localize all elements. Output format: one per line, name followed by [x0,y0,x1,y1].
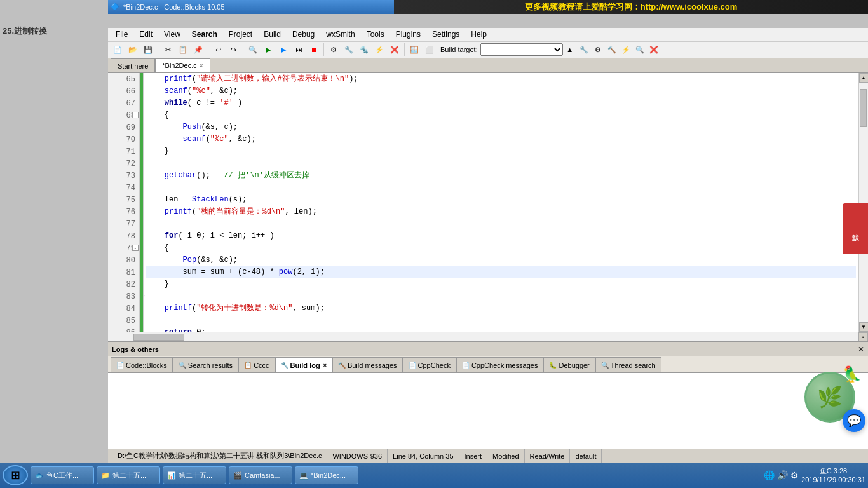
toolbar-gear2[interactable]: 🔧 [342,43,356,57]
toolbar-gear5[interactable]: ❌ [388,43,402,57]
toolbar-new[interactable]: 📄 [111,43,125,57]
ind-73 [140,170,143,182]
scroll-up-btn[interactable]: ▲ [859,73,869,83]
menu-help[interactable]: Help [466,29,492,40]
tray-settings-icon[interactable]: ⚙ [790,470,799,480]
start-button[interactable]: ⊞ [3,465,28,485]
ind-69 [140,121,143,133]
log-tab-thread-search[interactable]: 🔍 Thread search [595,357,661,372]
taskbar-item-25-1[interactable]: 📁 第二十五... [97,466,160,484]
code-line-86: return 0; [146,327,856,332]
log-tab-cppcheck[interactable]: 📄 CppCheck [403,357,456,372]
toolbar-target-btn3[interactable]: ⚙ [591,43,605,57]
code-line-82: } [146,278,856,290]
toolbar-open[interactable]: 📂 [126,43,140,57]
toolbar-undo[interactable]: ↩ [211,43,225,57]
code-line-75: len = StackLen(s); [146,194,856,206]
menu-project[interactable]: Project [224,29,257,40]
log-tab-cppcheck-messages[interactable]: 📄 CppCheck messages [456,357,544,372]
log-tab-build-log[interactable]: 🔧 Build log × [275,357,332,372]
right-decoration[interactable]: 默认 [843,203,868,254]
menu-edit[interactable]: Edit [134,29,158,40]
vertical-scrollbar[interactable]: ▲ ▼ [858,73,868,332]
ind-83 [140,290,143,302]
build-target-select[interactable] [480,43,563,56]
scroll-down-btn[interactable]: ▼ [859,322,869,332]
log-tab-codeblocks[interactable]: 📄 Code::Blocks [111,357,173,372]
menu-file[interactable]: File [111,29,133,40]
tab-start-here[interactable]: Start here [111,58,155,72]
line-67: 67 [108,97,139,109]
toolbar-run[interactable]: ▶ [261,43,275,57]
status-bar: D:\鱼C教学计划\数据结构和算法\第二十五讲 栈和队列3\Bin2Dec.c … [108,449,868,463]
taskbar-item-fish[interactable]: 🐟 鱼C工作... [31,466,94,484]
code-line-81: sum = sum + (c-48) * pow(2, i); [146,266,856,278]
toolbar-target-btn5[interactable]: ⚡ [619,43,633,57]
toolbar-gear1[interactable]: ⚙ [327,43,341,57]
tab-bin2dec-close[interactable]: × [200,62,203,69]
ind-81 [140,266,143,278]
log-tab-cccc[interactable]: 📋 Cccc [238,357,275,372]
line-72: 72 [108,158,139,170]
toolbar-gear3[interactable]: 🔩 [357,43,371,57]
ind-82 [140,278,143,290]
deco-bird: 🦜 [843,373,862,383]
chat-bubble-button[interactable]: 💬 [843,409,865,432]
menu-view[interactable]: View [159,29,186,40]
toolbar-search[interactable]: 🔍 [246,43,260,57]
taskbar-camtasia-icon: 🎬 [233,471,242,480]
tab-bin2dec[interactable]: *Bin2Dec.c × [155,58,210,72]
ind-65 [140,73,143,85]
taskbar-item-camtasia[interactable]: 🎬 Camtasia... [229,466,292,484]
clock-display: 鱼C 3:28 2019/11/29 00:30:31 [801,466,865,485]
fold-icon-79[interactable]: - [132,245,139,251]
taskbar-item-bin2dec[interactable]: 💻 *Bin2Dec... [295,466,358,484]
toolbar-target-btn4[interactable]: 🔨 [605,43,619,57]
log-tab-build-messages[interactable]: 🔨 Build messages [332,357,403,372]
toolbar-copy[interactable]: 📋 [176,43,190,57]
fold-icon-68[interactable]: - [132,112,139,118]
toolbar-target-btn1[interactable]: ▲ [563,43,577,57]
code-area[interactable]: printf("请输入二进制数，输入#符号表示结束！\n"); scanf("%… [144,73,858,332]
tab-bin2dec-label: *Bin2Dec.c [162,62,196,69]
toolbar-target-btn7[interactable]: ❌ [647,43,661,57]
build-messages-icon: 🔨 [338,362,346,369]
scroll-thumb[interactable] [860,89,867,127]
scroll-track[interactable] [859,83,868,322]
h-scroll-thumb[interactable] [133,334,184,341]
toolbar-gear4[interactable]: ⚡ [372,43,386,57]
tray-network-icon[interactable]: 🌐 [764,470,775,480]
toolbar-window1[interactable]: 🪟 [407,43,421,57]
menu-bar: File Edit View Search Project Build Debu… [108,28,868,42]
ind-77 [140,218,143,230]
logs-close-btn[interactable]: ✕ [858,345,864,354]
h-scroll-track[interactable] [108,332,858,341]
toolbar-cut[interactable]: ✂ [161,43,175,57]
menu-debug[interactable]: Debug [287,29,320,40]
toolbar-sep5 [404,43,405,56]
toolbar-target-btn2[interactable]: 🔧 [577,43,591,57]
toolbar-redo[interactable]: ↪ [226,43,240,57]
menu-plugins[interactable]: Plugins [391,29,426,40]
toolbar-save[interactable]: 💾 [141,43,155,57]
log-tab-thread-search-label: Thread search [611,362,656,369]
toolbar-window2[interactable]: ⬜ [423,43,437,57]
log-tab-debugger[interactable]: 🐛 Debugger [543,357,595,372]
tray-volume-icon[interactable]: 🔊 [777,470,788,480]
menu-search[interactable]: Search [187,29,222,40]
toolbar-target-btn6[interactable]: 🔍 [633,43,647,57]
build-log-close[interactable]: × [323,362,327,369]
build-log-icon: 🔧 [281,362,288,369]
position-status: Line 84, Column 35 [388,449,459,463]
menu-wxsmith[interactable]: wxSmith [321,29,360,40]
log-tab-search-results[interactable]: 🔍 Search results [173,357,238,372]
menu-build[interactable]: Build [259,29,286,40]
logs-tabs: 📄 Code::Blocks 🔍 Search results 📋 Cccc 🔧… [108,356,868,373]
menu-tools[interactable]: Tools [362,29,390,40]
taskbar-item-25-2[interactable]: 📊 第二十五... [163,466,226,484]
toolbar-build-run[interactable]: ▶ [276,43,290,57]
toolbar-paste[interactable]: 📌 [191,43,205,57]
menu-settings[interactable]: Settings [427,29,465,40]
toolbar-step[interactable]: ⏭ [292,43,306,57]
toolbar-stop[interactable]: ⏹ [307,43,321,57]
